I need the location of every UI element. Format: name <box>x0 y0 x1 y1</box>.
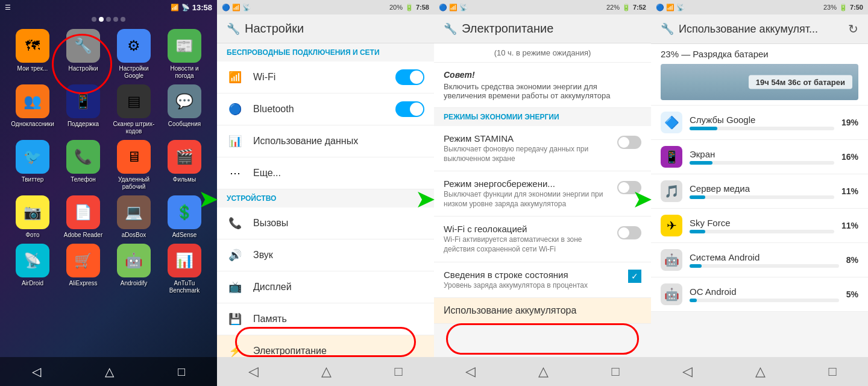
settings-wifi-item[interactable]: 📶 Wi-Fi <box>217 62 434 93</box>
battery-home-btn[interactable]: △ <box>755 364 766 379</box>
home-button[interactable]: △ <box>105 364 114 379</box>
settings-status-left: 🔵 📶 📡 <box>222 4 251 11</box>
app-news[interactable]: 📰 Новости и погода <box>162 29 207 80</box>
settings-calls-item[interactable]: 📞 Вызовы <box>217 207 434 239</box>
battery-item-sky-force[interactable]: ✈ Sky Force 11% <box>651 209 868 243</box>
battery-chart: 19ч 54м 36с от батареи <box>661 64 858 100</box>
battery-bt-icon: 🔵 <box>656 4 664 11</box>
app-phone[interactable]: 📞 Телефон <box>60 140 106 191</box>
app-photo[interactable]: 📷 Фото <box>10 195 55 239</box>
settings-display-item[interactable]: 📺 Дисплей <box>217 271 434 303</box>
app-movies-icon: 🎬 <box>168 140 201 174</box>
app-google-settings-label: Настройки Google <box>111 65 157 80</box>
settings-power-item[interactable]: ⚡ Электропитание <box>217 335 434 357</box>
settings-sound-item[interactable]: 🔊 Звук <box>217 239 434 271</box>
back-button[interactable]: ◁ <box>32 364 41 379</box>
signal-icon: 📡 <box>181 4 190 11</box>
app-dosbox[interactable]: 💻 aDosBox <box>111 195 157 239</box>
app-airdroid-label: AirDroid <box>22 280 43 287</box>
power-status-bar-item[interactable]: Сведения в строке состояния Уровень заря… <box>434 262 651 299</box>
dot-2[interactable] <box>99 17 104 22</box>
memory-item-label: Память <box>253 314 424 324</box>
settings-back-btn[interactable]: ◁ <box>248 364 259 379</box>
app-remote[interactable]: 🖥 Удаленный рабочий <box>111 140 157 191</box>
battery-google-services-bar-container <box>690 127 834 130</box>
app-twitter[interactable]: 🐦 Твиттер <box>10 140 55 191</box>
app-messages[interactable]: 💬 Сообщения <box>162 84 207 135</box>
settings-home-btn[interactable]: △ <box>321 364 332 379</box>
app-adobe-label: Adobe Reader <box>64 232 103 239</box>
app-phone-icon: 📞 <box>66 140 100 174</box>
power-battery-usage-item[interactable]: Использование аккумулятора <box>434 298 651 324</box>
power-stamina-item[interactable]: Режим STAMINA Выключает фоновую передачу… <box>434 126 651 171</box>
battery-signal-icon: 📡 <box>676 4 685 11</box>
power-screen: 🔵 📶 📡 22% 🔋 7:52 🔧 Электропитание (10 ч.… <box>434 0 651 386</box>
battery-oc-android-bar <box>690 299 697 302</box>
battery-screen-icon: 📱 <box>661 146 682 168</box>
wifi-toggle[interactable] <box>395 69 424 85</box>
settings-more-item[interactable]: ⋯ Еще... <box>217 157 434 189</box>
battery-item-android-system[interactable]: 🤖 Система Android 8% <box>651 243 868 277</box>
app-movies-label: Фильмы <box>173 176 196 183</box>
power-status-bar-title: Сведения в строке состояния <box>444 270 621 280</box>
power-status-bar-desc: Уровень заряда аккумулятора в процентах <box>444 281 621 291</box>
app-aliexpress[interactable]: 🛒 AliExpress <box>60 244 106 294</box>
apps-grid: 🗺 Мои трек... 🔧 Настройки ⚙ Настройки Go… <box>0 24 217 299</box>
battery-oc-android-content: OC Android <box>690 286 839 302</box>
app-my-tracks-label: Мои трек... <box>17 65 48 72</box>
battery-status-left: 🔵 📶 📡 <box>656 4 685 11</box>
battery-sky-force-content: Sky Force <box>690 218 834 233</box>
app-dosbox-icon: 💻 <box>117 195 151 229</box>
recents-button[interactable]: □ <box>178 365 185 379</box>
home-time: 13:58 <box>192 3 212 12</box>
bluetooth-status-icon: 🔵 <box>222 4 230 11</box>
app-support-label: Поддержка <box>68 121 99 128</box>
battery-item-google-services[interactable]: 🔷 Службы Google 19% <box>651 106 868 140</box>
battery-android-system-percent: 8% <box>846 255 858 265</box>
power-recents-btn[interactable]: □ <box>612 364 620 379</box>
battery-item-screen[interactable]: 📱 Экран 16% <box>651 140 868 174</box>
app-barcode[interactable]: ▤ Сканер штрих-кодов <box>111 84 157 135</box>
power-save-item[interactable]: Режим энергосбережени... Выключает функц… <box>434 171 651 217</box>
power-bt-icon: 🔵 <box>439 4 447 11</box>
power-status-bar-checkbox[interactable]: ✓ <box>628 270 641 283</box>
refresh-icon[interactable]: ↻ <box>848 22 858 36</box>
battery-item-oc-android[interactable]: 🤖 OC Android 5% <box>651 277 868 312</box>
power-back-btn[interactable]: ◁ <box>465 364 476 379</box>
power-save-title: Режим энергосбережени... <box>444 179 610 189</box>
settings-data-item[interactable]: 📊 Использование данных <box>217 125 434 157</box>
settings-wifi-icon: 📶 <box>232 4 241 11</box>
power-stamina-toggle[interactable] <box>617 136 641 149</box>
battery-screen-bar-container <box>690 161 834 165</box>
app-adobe[interactable]: 📄 Adobe Reader <box>60 195 106 239</box>
bt-item-icon: 🔵 <box>227 101 244 118</box>
power-wifi-geo-item[interactable]: Wi-Fi с геолокацией Wi-Fi активируется а… <box>434 217 651 262</box>
app-support[interactable]: 📱 Поддержка <box>60 84 106 135</box>
power-home-btn[interactable]: △ <box>538 364 549 379</box>
battery-sky-force-percent: 11% <box>841 221 858 230</box>
app-google-settings[interactable]: ⚙ Настройки Google <box>111 29 157 80</box>
power-tip-text: Включить средства экономии энергии для у… <box>444 82 641 100</box>
settings-bluetooth-item[interactable]: 🔵 Bluetooth <box>217 93 434 125</box>
home-screen: ☰ 📶 📡 13:58 🗺 Мои трек... 🔧 Настройки ⚙ … <box>0 0 217 386</box>
app-movies[interactable]: 🎬 Фильмы <box>162 140 207 191</box>
app-remote-label: Удаленный рабочий <box>111 176 157 191</box>
battery-body: 23% — Разрядка батареи 19ч 54м 36с от ба… <box>651 44 868 357</box>
battery-item-media-server[interactable]: 🎵 Сервер медиа 11% <box>651 174 868 209</box>
battery-media-server-bar <box>690 195 705 199</box>
battery-back-btn[interactable]: ◁ <box>682 364 693 379</box>
app-aliexpress-icon: 🛒 <box>66 244 100 277</box>
app-settings[interactable]: 🔧 Настройки <box>60 29 106 80</box>
power-item-label: Электропитание <box>253 346 424 356</box>
bt-toggle[interactable] <box>395 101 424 117</box>
app-ok[interactable]: 👥 Одноклассники <box>10 84 55 135</box>
battery-recents-btn[interactable]: □ <box>829 364 837 379</box>
app-androidify[interactable]: 🤖 Androidify <box>111 244 157 294</box>
app-antutu[interactable]: 📊 AnTuTu Benchmark <box>162 244 207 294</box>
app-airdroid[interactable]: 📡 AirDroid <box>10 244 55 294</box>
battery-google-services-bar <box>690 127 717 130</box>
settings-memory-item[interactable]: 💾 Память <box>217 303 434 335</box>
settings-recents-btn[interactable]: □ <box>395 364 403 379</box>
app-my-tracks[interactable]: 🗺 Мои трек... <box>10 29 55 80</box>
power-wifi-geo-toggle[interactable] <box>617 226 641 239</box>
